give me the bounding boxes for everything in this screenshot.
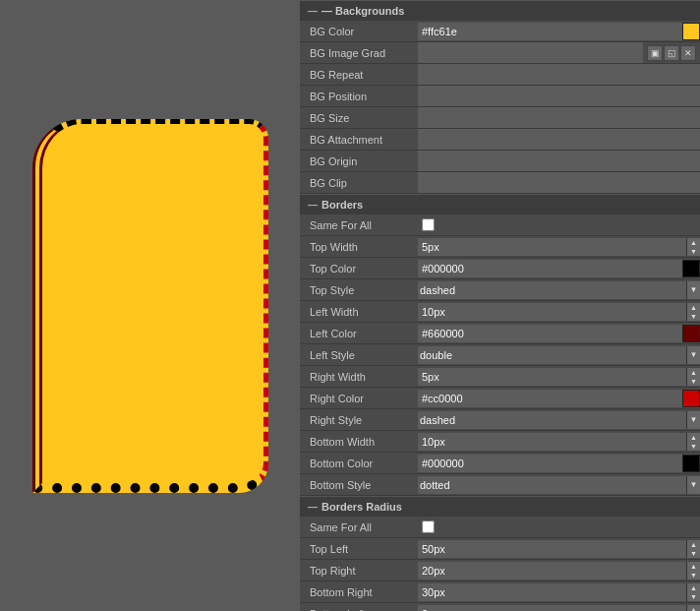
top-width-up[interactable]: ▲ [687,238,700,247]
top-right-up[interactable]: ▲ [687,562,700,571]
bottom-style-select[interactable]: none dashed solid dotted double [418,476,686,494]
top-color-text: #000000 [418,260,682,277]
bg-attachment-empty [418,129,700,150]
right-width-down[interactable]: ▼ [687,377,700,386]
bottom-color-label: Bottom Color [300,458,418,469]
left-style-value: none dashed solid dotted double ▼ [418,344,700,365]
bottom-left-up[interactable]: ▲ [687,605,700,612]
top-right-down[interactable]: ▼ [687,571,700,580]
top-style-arrow: ▼ [686,281,700,299]
bottom-right-down[interactable]: ▼ [687,592,700,601]
backgrounds-collapse-icon: — [308,6,318,17]
bottom-right-row: Bottom Right ▲ ▼ [300,581,700,603]
bg-image-grad-row: BG Image Grad ▣ ◱ ✕ [300,42,700,64]
bottom-left-input[interactable] [418,605,686,612]
bg-attachment-value [418,129,700,150]
bg-origin-empty [418,151,700,171]
right-width-up[interactable]: ▲ [687,368,700,377]
top-color-row: Top Color #000000 [300,258,700,279]
top-left-down[interactable]: ▼ [687,549,700,558]
borders-same-for-all-label: Same For All [300,219,418,231]
right-panel: — — Backgrounds BG Color #ffc61e BG Imag… [300,0,700,611]
left-color-swatch[interactable] [682,325,700,342]
bottom-color-swatch[interactable] [682,455,700,472]
left-style-label: Left Style [300,349,418,361]
bg-position-label: BG Position [300,91,418,102]
bottom-style-row: Bottom Style none dashed solid dotted do… [300,474,700,496]
left-width-spin: ▲ ▼ [418,301,700,322]
top-right-value: ▲ ▼ [418,560,700,580]
bottom-right-input[interactable] [418,583,686,601]
borders-radius-section-label: Borders Radius [321,501,402,513]
top-color-swatch[interactable] [682,260,700,277]
bottom-right-up[interactable]: ▲ [687,583,700,592]
borders-same-for-all-value [418,214,700,235]
bottom-style-select-container: none dashed solid dotted double ▼ [418,474,700,495]
bg-size-row: BG Size [300,107,700,129]
right-style-arrow: ▼ [686,411,700,429]
top-left-up[interactable]: ▲ [687,540,700,549]
bg-repeat-empty [418,64,700,85]
top-right-spin-buttons: ▲ ▼ [686,562,700,580]
bg-image-grad-value: ▣ ◱ ✕ [418,42,700,63]
bg-origin-label: BG Origin [300,155,418,167]
bottom-style-value: none dashed solid dotted double ▼ [418,474,700,495]
top-width-spin: ▲ ▼ [418,236,700,257]
right-style-select[interactable]: none dashed solid dotted double [418,411,686,429]
bg-attachment-row: BG Attachment [300,129,700,151]
bottom-width-down[interactable]: ▼ [687,442,700,451]
borders-same-for-all-checkbox[interactable] [422,218,435,231]
top-width-input[interactable] [418,238,686,256]
left-width-input[interactable] [418,303,686,321]
borders-same-for-all-row: Same For All [300,214,700,236]
left-width-value: ▲ ▼ [418,301,700,322]
img-grad-btn-2[interactable]: ◱ [664,45,679,61]
top-right-input[interactable] [418,562,686,580]
bottom-style-label: Bottom Style [300,479,418,491]
bg-clip-value [418,172,700,193]
bottom-width-up[interactable]: ▲ [687,433,700,442]
bg-size-empty [418,107,700,128]
top-left-input[interactable] [418,540,686,558]
bg-clip-row: BG Clip [300,172,700,194]
radius-same-for-all-checkbox[interactable] [422,520,435,533]
bg-repeat-value [418,64,700,85]
right-width-input[interactable] [418,368,686,386]
bottom-left-value: ▲ ▼ [418,603,700,611]
left-width-label: Left Width [300,306,418,318]
bg-image-grad-label: BG Image Grad [300,47,418,59]
bg-color-row: BG Color #ffc61e [300,21,700,42]
img-grad-btn-1[interactable]: ▣ [647,45,663,61]
top-width-down[interactable]: ▼ [687,247,700,256]
bg-color-text: #ffc61e [418,23,682,40]
bg-position-empty [418,86,700,106]
top-width-row: Top Width ▲ ▼ [300,236,700,258]
bg-color-swatch[interactable] [682,23,700,40]
bottom-width-input[interactable] [418,433,686,451]
top-width-label: Top Width [300,241,418,253]
bg-color-label: BG Color [300,26,418,37]
right-width-row: Right Width ▲ ▼ [300,366,700,388]
bottom-right-label: Bottom Right [300,586,418,598]
bottom-color-row: Bottom Color #000000 [300,453,700,474]
borders-radius-section-header[interactable]: — Borders Radius [300,496,700,517]
borders-section-header[interactable]: — Borders [300,194,700,214]
bottom-color-text: #000000 [418,455,682,472]
left-width-up[interactable]: ▲ [687,303,700,312]
bottom-left-spin-buttons: ▲ ▼ [686,605,700,612]
backgrounds-section-header[interactable]: — — Backgrounds [300,0,700,21]
img-grad-btn-3[interactable]: ✕ [680,45,696,61]
radius-same-for-all-row: Same For All [300,517,700,538]
borders-collapse-icon: — [308,200,318,211]
bottom-right-value: ▲ ▼ [418,581,700,602]
right-color-value: #cc0000 [418,388,700,408]
right-style-label: Right Style [300,414,418,426]
right-color-label: Right Color [300,393,418,404]
borders-same-for-all-checkbox-container [418,214,435,235]
right-color-swatch[interactable] [682,390,700,407]
left-style-select[interactable]: none dashed solid dotted double [418,346,686,364]
box-preview [32,119,268,493]
top-style-select[interactable]: none dashed solid dotted double [418,281,686,299]
left-width-down[interactable]: ▼ [687,312,700,321]
borders-section-label: Borders [321,199,363,211]
